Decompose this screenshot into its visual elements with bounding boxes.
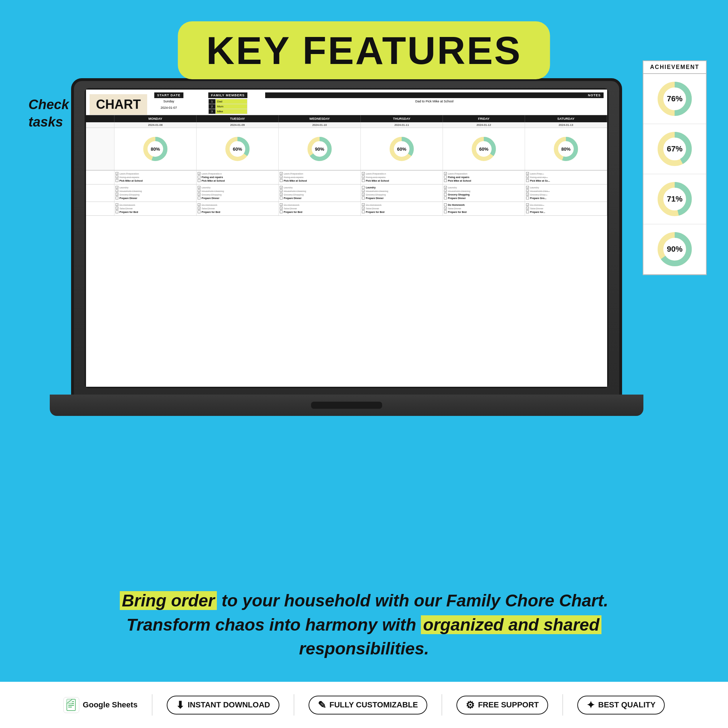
donut-label-fri: 60% <box>479 147 488 152</box>
header-sections: START DATE Sunday 2024-01-07 FAMILY MEMB… <box>154 92 604 114</box>
footer-instant-download[interactable]: ⬇ INSTANT DOWNLOAD <box>167 696 279 714</box>
footer-bar: Google Sheets ⬇ INSTANT DOWNLOAD ✎ FULLY… <box>0 682 728 728</box>
achievement-card-1: 76% <box>643 74 706 124</box>
task-label-morning <box>86 171 115 184</box>
member-num-3: 3 <box>208 109 216 114</box>
task-section-evening: ✓Do Homework ✓Take Dinner Prepare for Be… <box>86 202 607 216</box>
highlight-organized: organized and shared <box>421 615 601 634</box>
progress-cell-sat: 80% <box>525 128 607 170</box>
start-day: Sunday <box>154 98 184 104</box>
task-cell-wed-2: ✓Laundry ✓Household Cleaning ✓Grocery Sh… <box>279 185 361 202</box>
footer-free-support[interactable]: ⚙ FREE SUPPORT <box>456 696 548 714</box>
empty-header-cell <box>86 115 115 122</box>
donut-wed: 90% <box>305 135 334 163</box>
footer-divider-1 <box>152 694 153 716</box>
highlight-bring-order: Bring order <box>120 591 217 610</box>
customizable-icon: ✎ <box>318 699 326 711</box>
page-title: KEY FEATURES <box>206 28 522 73</box>
footer-download-label: INSTANT DOWNLOAD <box>188 700 270 710</box>
notes-content: Dad to Pick Mike at School <box>265 98 604 104</box>
donut-label-wed: 90% <box>315 147 324 152</box>
bottom-line-1-rest: to your household with our Family Chore … <box>222 591 608 610</box>
task-cell-fri-2: ✓Laundry ✓Household Cleaning Grocery Sho… <box>443 185 525 202</box>
days-header: MONDAY TUESDAY WEDNESDAY THURSDAY FRIDAY… <box>86 115 607 122</box>
day-tuesday: TUESDAY <box>197 115 279 122</box>
task-cell-mon-2: ✓Laundry ✓Household Cleaning ✓Grocery Sh… <box>115 185 197 202</box>
svg-rect-23 <box>68 705 74 706</box>
notes-title: NOTES <box>265 92 604 98</box>
achievement-percent-4: 90% <box>667 245 682 254</box>
progress-cell-tue: 60% <box>197 128 279 170</box>
footer-divider-2 <box>294 694 294 716</box>
task-cell-tue-2: ✓Laundry ✓Household Cleaning ✓Grocery Sh… <box>197 185 279 202</box>
donut-tue: 60% <box>223 135 252 163</box>
bottom-line-3: responsibilities. <box>35 637 693 661</box>
task-cell-sat-3: ✓Do Homew... ✓Take Dinner Prepare for... <box>525 202 607 216</box>
footer-quality-label: BEST QUALITY <box>598 700 656 710</box>
bottom-line-3-text: responsibilities. <box>299 639 429 658</box>
family-members-title: FAMILY MEMBERS <box>208 92 248 98</box>
chart-label: CHART <box>90 94 147 115</box>
date-sat: 2024-01-13 <box>525 122 607 128</box>
donut-fri: 60% <box>470 135 498 163</box>
empty-date-cell <box>86 122 115 128</box>
svg-rect-24 <box>68 707 72 707</box>
date-row: 2024-01-08 2024-01-09 2024-01-10 2024-01… <box>86 122 607 128</box>
achievement-card-2: 67% <box>643 124 706 174</box>
date-wed: 2024-01-10 <box>279 122 361 128</box>
task-cell-thu-3: ✓Do Homework ✓Take Dinner Prepare for Be… <box>361 202 443 216</box>
progress-cell-wed: 90% <box>279 128 361 170</box>
task-cell-sat-2: ✓Laundry ✓Household Clea... ✓Grocery Sho… <box>525 185 607 202</box>
progress-label-cell <box>86 128 115 170</box>
task-section-morning: ✓Lawn Preparation ✓Fixing and repairs Pi… <box>86 171 607 185</box>
start-date-box: START DATE Sunday 2024-01-07 <box>154 92 184 114</box>
task-cell-fri-3: Do Homework ✓Take Dinner Prepare for Bed <box>443 202 525 216</box>
footer-customizable-label: FULLY CUSTOMIZABLE <box>329 700 418 710</box>
laptop-screen-bezel: CHART START DATE Sunday 2024-01-07 <box>85 88 609 388</box>
table-row: 2 Mum <box>208 104 248 109</box>
achievement-donut-4: 90% <box>655 229 694 269</box>
task-cell-fri-1: ✓Lawn Preparation Fixing and repairs Pic… <box>443 171 525 184</box>
member-num-1: 1 <box>208 99 216 104</box>
progress-cell-thu: 60% <box>361 128 443 170</box>
date-fri: 2024-01-12 <box>443 122 525 128</box>
footer-customizable[interactable]: ✎ FULLY CUSTOMIZABLE <box>309 696 427 714</box>
laptop-screen: CHART START DATE Sunday 2024-01-07 <box>86 90 607 387</box>
footer-google-sheets[interactable]: Google Sheets <box>63 697 138 713</box>
progress-cell-mon: 80% <box>115 128 197 170</box>
achievement-percent-3: 71% <box>667 194 682 204</box>
start-date-title: START DATE <box>154 92 184 98</box>
achievement-percent-2: 67% <box>667 144 682 154</box>
table-row: 1 Dad <box>208 99 248 104</box>
download-icon: ⬇ <box>176 699 184 711</box>
date-mon: 2024-01-08 <box>115 122 197 128</box>
task-section-afternoon: ✓Laundry ✓Household Cleaning ✓Grocery Sh… <box>86 185 607 202</box>
date-thu: 2024-01-11 <box>361 122 443 128</box>
achievement-panel: ACHIEVEMENT 76% 67% 71% <box>643 60 707 275</box>
notes-box: NOTES Dad to Pick Mike at School <box>265 92 604 114</box>
task-cell-tue-1: ✓Lawn Preparatio n Fixing and repairs Pi… <box>197 171 279 184</box>
achievement-percent-1: 76% <box>667 94 682 104</box>
task-cell-mon-3: ✓Do Homework ✓Take Dinner Prepare for Be… <box>115 202 197 216</box>
family-table: 1 Dad 2 Mum 3 Mike <box>208 99 248 114</box>
google-sheets-icon <box>63 697 79 713</box>
footer-divider-3 <box>442 694 442 716</box>
footer-google-label: Google Sheets <box>83 700 138 710</box>
footer-divider-4 <box>562 694 563 716</box>
achievement-title: ACHIEVEMENT <box>643 61 706 74</box>
member-name-1: Dad <box>216 99 248 104</box>
achievement-donut-1: 76% <box>655 79 694 118</box>
donut-mon: 80% <box>141 135 170 163</box>
sheet-header: CHART START DATE Sunday 2024-01-07 <box>86 90 607 115</box>
task-cell-thu-1: ✓Lawn Preparatio n ✓Fixing and repairs P… <box>361 171 443 184</box>
donut-thu: 60% <box>387 135 416 163</box>
task-cell-thu-2: Laundry ✓Household Cleaning ✓Grocery Sho… <box>361 185 443 202</box>
laptop-base <box>50 395 643 416</box>
day-saturday: SATURDAY <box>525 115 607 122</box>
footer-best-quality[interactable]: ✦ BEST QUALITY <box>577 696 665 714</box>
key-features-banner: KEY FEATURES <box>178 21 550 79</box>
footer-support-label: FREE SUPPORT <box>478 700 539 710</box>
day-monday: MONDAY <box>115 115 197 122</box>
donut-label-sat: 80% <box>561 147 570 152</box>
laptop-body: CHART START DATE Sunday 2024-01-07 <box>71 78 622 398</box>
